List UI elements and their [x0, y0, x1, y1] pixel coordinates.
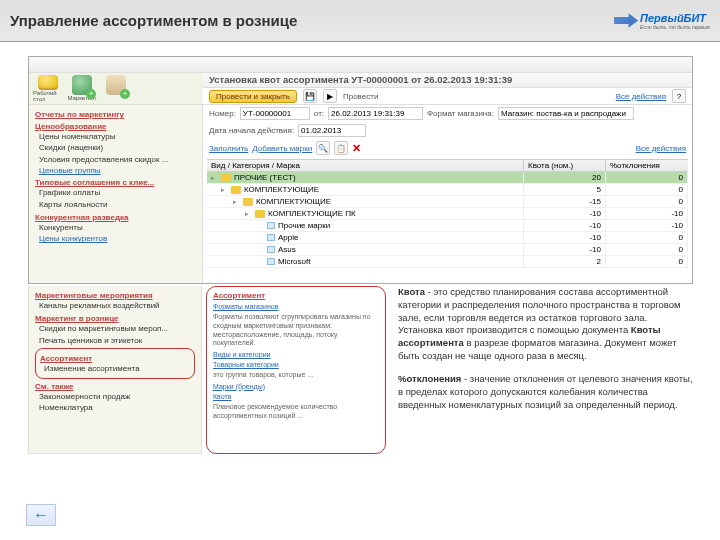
- deviation-cell[interactable]: 0: [606, 256, 688, 267]
- deviation-cell[interactable]: -10: [606, 208, 688, 219]
- document-title: Установка квот ассортимента УТ-00000001 …: [203, 73, 692, 88]
- sidebar-group[interactable]: См. также: [35, 382, 195, 391]
- row-label: Microsoft: [278, 257, 310, 266]
- panel-link[interactable]: Виды и категории: [213, 351, 379, 358]
- start-date-input[interactable]: [298, 124, 366, 137]
- sidebar-item[interactable]: Скидки по маркетинговым мероп...: [39, 324, 195, 334]
- sidebar-item[interactable]: Конкуренты: [39, 223, 196, 233]
- deviation-cell[interactable]: 0: [606, 196, 688, 207]
- toolbar-icon-box[interactable]: [101, 75, 131, 102]
- sidebar-item[interactable]: Печать ценников и этикеток: [39, 336, 195, 346]
- deviation-cell[interactable]: 0: [606, 184, 688, 195]
- app-window: Рабочий стол Маркетинг Установка квот ас…: [28, 56, 693, 284]
- def-term: Квота: [398, 286, 425, 297]
- panel-link[interactable]: Квота: [213, 393, 379, 400]
- quota-cell[interactable]: 5: [524, 184, 606, 195]
- twisty-icon[interactable]: ▸: [245, 210, 252, 218]
- twisty-icon[interactable]: ▸: [233, 198, 240, 206]
- sidebar-group[interactable]: Ассортимент: [40, 354, 190, 363]
- quota-cell[interactable]: -10: [524, 244, 606, 255]
- logo: ПервыйБИТ Если быть, то быть первым: [614, 12, 710, 30]
- tree-cell: Asus: [207, 244, 524, 255]
- deviation-cell[interactable]: -10: [606, 220, 688, 231]
- twisty-icon[interactable]: ▸: [221, 186, 228, 194]
- post-button[interactable]: ▶: [323, 89, 337, 103]
- number-input[interactable]: [240, 107, 310, 120]
- sidebar-item[interactable]: Каналы рекламных воздействий: [39, 301, 195, 311]
- toolbar-icon-marketing[interactable]: Маркетинг: [67, 75, 97, 102]
- sidebar-item[interactable]: Графики оплаты: [39, 188, 196, 198]
- globe-icon: [72, 75, 92, 95]
- help-button[interactable]: ?: [672, 89, 686, 103]
- tool-icon[interactable]: 🔍: [316, 141, 330, 155]
- tree-cell: Apple: [207, 232, 524, 243]
- item-icon: [267, 246, 275, 253]
- sidebar-group[interactable]: Маркетинг в рознице: [35, 314, 195, 323]
- sidebar-item[interactable]: Изменение ассортимента: [44, 364, 190, 374]
- field-label: от:: [314, 109, 324, 118]
- sidebar-group[interactable]: Типовые соглашения с клие...: [35, 178, 196, 187]
- sidebar-group[interactable]: Маркетинговые мероприятия: [35, 291, 195, 300]
- toolbar-icon-report[interactable]: Рабочий стол: [33, 75, 63, 102]
- date-input[interactable]: [328, 107, 423, 120]
- table-row[interactable]: ▸ПРОЧИЕ (ТЕСТ)200: [207, 172, 688, 184]
- col-header[interactable]: %отклонения: [606, 160, 688, 171]
- sidebar-more[interactable]: Ценовые группы: [39, 166, 196, 175]
- quota-cell[interactable]: -10: [524, 232, 606, 243]
- sidebar-item[interactable]: Условия предоставления скидок ...: [39, 155, 196, 165]
- sidebar-top-icons: Рабочий стол Маркетинг: [29, 73, 203, 104]
- quota-cell[interactable]: 2: [524, 256, 606, 267]
- deviation-cell[interactable]: 0: [606, 172, 688, 183]
- sidebar-extension: Маркетинговые мероприятия Каналы рекламн…: [28, 286, 202, 454]
- quota-cell[interactable]: 20: [524, 172, 606, 183]
- quota-cell[interactable]: -10: [524, 208, 606, 219]
- panel-link[interactable]: Товарные категории: [213, 361, 379, 368]
- sidebar-group[interactable]: Ценообразование: [35, 122, 196, 131]
- save-button[interactable]: 💾: [303, 89, 317, 103]
- col-header[interactable]: Вид / Категория / Марка: [207, 160, 524, 171]
- table-row[interactable]: ▸КОМПЛЕКТУЮЩИЕ ПК-10-10: [207, 208, 688, 220]
- tool-icon[interactable]: 📋: [334, 141, 348, 155]
- box-icon: [106, 75, 126, 95]
- field-label: Номер:: [209, 109, 236, 118]
- add-brands-link[interactable]: Добавить марки: [252, 144, 312, 153]
- sidebar-more[interactable]: Цены конкурентов: [39, 234, 196, 243]
- table-row[interactable]: ▸КОМПЛЕКТУЮЩИЕ50: [207, 184, 688, 196]
- sidebar-group[interactable]: Конкурентная разведка: [35, 213, 196, 222]
- item-icon: [267, 234, 275, 241]
- post-close-button[interactable]: Провести и закрыть: [209, 90, 297, 103]
- panel-text: Плановое рекомендуемое количество ассорт…: [213, 403, 379, 421]
- sidebar-item[interactable]: Карты лояльности: [39, 200, 196, 210]
- sidebar-item[interactable]: Номенклатура: [39, 403, 195, 413]
- assortment-highlight: Ассортимент Изменение ассортимента: [35, 348, 195, 378]
- table-row[interactable]: ▸КОМПЛЕКТУЮЩИЕ-150: [207, 196, 688, 208]
- fill-link[interactable]: Заполнить: [209, 144, 248, 153]
- back-button[interactable]: ←: [26, 504, 56, 526]
- all-actions-link[interactable]: Все действия: [636, 144, 686, 153]
- all-actions-link[interactable]: Все действия: [616, 92, 666, 101]
- panel-link[interactable]: Форматы магазинов: [213, 303, 379, 310]
- col-header[interactable]: Квота (ном.): [524, 160, 606, 171]
- document-toolbar: Провести и закрыть 💾 ▶ Провести Все дейс…: [203, 88, 692, 104]
- item-icon: [267, 222, 275, 229]
- sidebar-item[interactable]: Скидки (наценки): [39, 143, 196, 153]
- table-row[interactable]: Microsoft20: [207, 256, 688, 268]
- format-input[interactable]: [498, 107, 634, 120]
- quota-cell[interactable]: -10: [524, 220, 606, 231]
- quota-cell[interactable]: -15: [524, 196, 606, 207]
- tree-cell: ▸КОМПЛЕКТУЮЩИЕ: [207, 196, 524, 207]
- table-row[interactable]: Apple-100: [207, 232, 688, 244]
- panel-link[interactable]: Марки (бренды): [213, 383, 379, 390]
- table-row[interactable]: Прочие марки-10-10: [207, 220, 688, 232]
- sidebar-item[interactable]: Цены номенклатуры: [39, 132, 196, 142]
- table-row[interactable]: Asus-100: [207, 244, 688, 256]
- deviation-cell[interactable]: 0: [606, 232, 688, 243]
- sidebar-item[interactable]: Закономерности продаж: [39, 392, 195, 402]
- sidebar-group[interactable]: Отчеты по маркетингу: [35, 110, 196, 119]
- tree-cell: Прочие марки: [207, 220, 524, 231]
- delete-icon[interactable]: ✕: [352, 142, 361, 155]
- row-label: Прочие марки: [278, 221, 330, 230]
- deviation-cell[interactable]: 0: [606, 244, 688, 255]
- definitions: Квота - это средство планирования состав…: [398, 286, 694, 421]
- twisty-icon[interactable]: ▸: [211, 174, 218, 182]
